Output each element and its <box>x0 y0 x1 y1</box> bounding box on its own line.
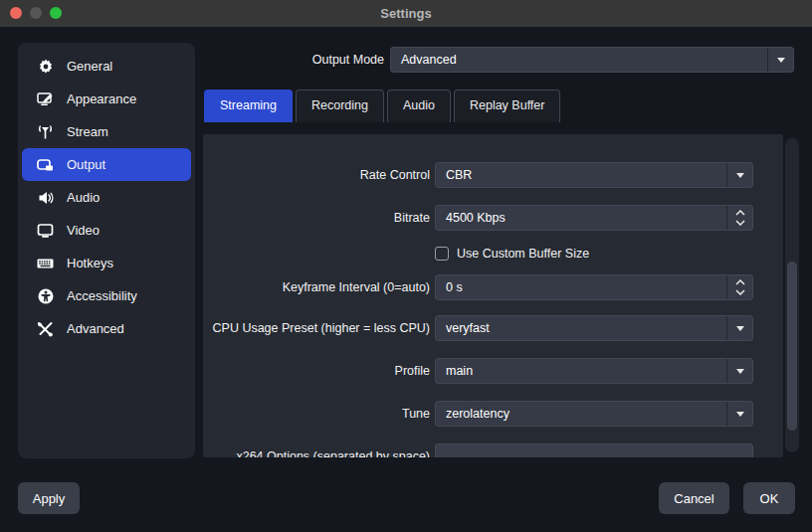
dropdown-arrow-zone <box>767 48 793 72</box>
x264-options-label: x264 Options (separated by space) <box>203 443 430 457</box>
keyboard-icon <box>37 255 54 271</box>
output-mode-select[interactable]: Advanced <box>390 47 794 73</box>
keyframe-interval-label: Keyframe Interval (0=auto) <box>203 274 430 300</box>
output-icon <box>37 156 54 173</box>
speaker-icon <box>37 189 54 206</box>
window-title: Settings <box>0 0 812 27</box>
chevron-down-icon[interactable] <box>735 220 745 226</box>
sidebar-item-stream[interactable]: Stream <box>22 115 191 148</box>
settings-scroll-area: Rate Control CBR Bitrate 4500 Kbps Use C… <box>203 134 783 457</box>
profile-row: Profile main <box>203 358 783 384</box>
chevron-down-icon <box>736 173 744 178</box>
tab-replay-buffer[interactable]: Replay Buffer <box>454 89 561 122</box>
tune-select[interactable]: zerolatency <box>435 401 753 427</box>
broadcast-icon <box>37 123 54 140</box>
chevron-down-icon <box>777 58 785 63</box>
accessibility-icon <box>37 287 54 304</box>
output-mode-value: Advanced <box>391 53 767 67</box>
ok-button[interactable]: OK <box>743 482 795 514</box>
scrollbar-thumb[interactable] <box>787 262 797 431</box>
dropdown-arrow-zone <box>726 402 752 426</box>
tune-value: zerolatency <box>436 407 726 421</box>
dropdown-arrow-zone <box>726 316 752 340</box>
tools-icon <box>37 320 54 337</box>
profile-select[interactable]: main <box>435 358 753 384</box>
keyframe-interval-row: Keyframe Interval (0=auto) 0 s <box>203 274 783 300</box>
output-mode-label: Output Mode <box>0 47 384 73</box>
settings-window: Settings General Appearance Stream Outp <box>0 0 812 532</box>
sidebar-item-appearance[interactable]: Appearance <box>22 83 191 115</box>
cancel-button[interactable]: Cancel <box>659 482 729 514</box>
sidebar-item-label: Output <box>67 157 105 172</box>
bitrate-label: Bitrate <box>203 205 430 231</box>
tune-label: Tune <box>203 401 430 427</box>
cpu-usage-preset-label: CPU Usage Preset (higher = less CPU) <box>203 315 430 341</box>
sidebar-item-hotkeys[interactable]: Hotkeys <box>22 247 191 279</box>
chevron-down-icon <box>736 369 744 374</box>
bitrate-value: 4500 Kbps <box>436 211 726 225</box>
sidebar-item-label: Audio <box>67 190 100 205</box>
vertical-scrollbar[interactable] <box>785 138 799 452</box>
sidebar-item-label: Accessibility <box>67 288 137 303</box>
sidebar-item-audio[interactable]: Audio <box>22 181 191 214</box>
display-icon <box>37 222 54 239</box>
sidebar-item-output[interactable]: Output <box>22 148 191 181</box>
sidebar-item-label: Hotkeys <box>67 256 113 270</box>
sidebar-item-label: Appearance <box>67 91 136 106</box>
tab-bar: Streaming Recording Audio Replay Buffer <box>204 89 560 122</box>
tab-streaming[interactable]: Streaming <box>204 89 293 122</box>
spinner-zone <box>726 206 752 230</box>
cpu-usage-preset-value: veryfast <box>436 321 726 335</box>
sidebar-item-label: Stream <box>67 124 108 139</box>
sidebar-item-label: Advanced <box>67 321 124 336</box>
custom-buffer-checkbox[interactable] <box>435 247 449 261</box>
tune-row: Tune zerolatency <box>203 401 783 427</box>
chevron-down-icon <box>736 326 744 331</box>
appearance-icon <box>37 90 54 107</box>
x264-options-input[interactable] <box>435 443 753 457</box>
sidebar: General Appearance Stream Output Audio <box>18 43 195 458</box>
keyframe-interval-spinner[interactable]: 0 s <box>435 274 753 300</box>
sidebar-item-video[interactable]: Video <box>22 214 191 247</box>
sidebar-item-advanced[interactable]: Advanced <box>22 312 191 345</box>
dropdown-arrow-zone <box>726 163 752 187</box>
chevron-up-icon[interactable] <box>735 279 745 285</box>
apply-button[interactable]: Apply <box>18 482 80 514</box>
cpu-usage-preset-select[interactable]: veryfast <box>435 315 753 341</box>
chevron-up-icon[interactable] <box>735 210 745 216</box>
rate-control-row: Rate Control CBR <box>203 162 783 188</box>
rate-control-label: Rate Control <box>203 162 430 188</box>
bitrate-row: Bitrate 4500 Kbps <box>203 205 783 231</box>
custom-buffer-label: Use Custom Buffer Size <box>457 247 589 261</box>
spinner-zone <box>726 275 752 299</box>
tab-audio[interactable]: Audio <box>387 89 451 122</box>
tab-recording[interactable]: Recording <box>296 89 384 122</box>
dropdown-arrow-zone <box>726 359 752 383</box>
x264-options-row: x264 Options (separated by space) <box>203 443 783 457</box>
titlebar: Settings <box>0 0 812 27</box>
sidebar-item-label: Video <box>67 223 100 238</box>
chevron-down-icon[interactable] <box>735 289 745 295</box>
rate-control-value: CBR <box>436 168 726 182</box>
profile-label: Profile <box>203 358 430 384</box>
chevron-down-icon <box>736 412 744 417</box>
bitrate-spinner[interactable]: 4500 Kbps <box>435 205 753 231</box>
cpu-usage-preset-row: CPU Usage Preset (higher = less CPU) ver… <box>203 315 783 341</box>
rate-control-select[interactable]: CBR <box>435 162 753 188</box>
keyframe-interval-value: 0 s <box>436 280 726 294</box>
profile-value: main <box>436 364 726 378</box>
sidebar-item-accessibility[interactable]: Accessibility <box>22 279 191 312</box>
custom-buffer-row: Use Custom Buffer Size <box>435 246 589 262</box>
